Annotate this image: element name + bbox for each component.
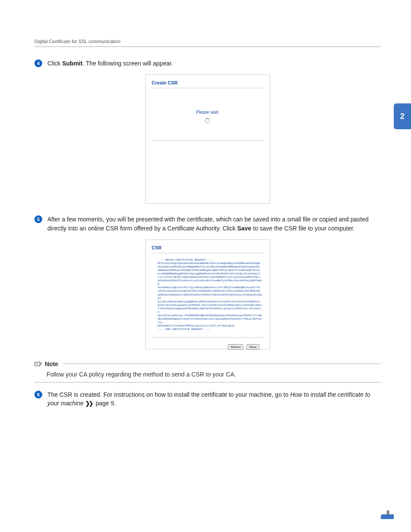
step-5-badge: 5: [34, 215, 42, 223]
step-5-b: to save the CSR file to your computer.: [251, 225, 355, 232]
scr2-rule-bottom: [152, 337, 264, 338]
step-4-pre: Click: [47, 60, 62, 67]
corner-accent: [381, 514, 394, 519]
step-6-text: The CSR is created. For instructions on …: [47, 390, 381, 408]
spinner-icon: [205, 118, 210, 123]
step-4: 4 Click Submit. The following screen wil…: [34, 59, 381, 68]
note-icon: [34, 361, 42, 367]
scr2-title: CSR: [152, 245, 264, 250]
section-header: Digital Certificate for SSL communicatio…: [34, 39, 381, 44]
save-button[interactable]: Save: [246, 344, 259, 350]
step-6-post: page 9.: [94, 400, 116, 407]
step-4-text: Click Submit. The following screen will …: [47, 59, 381, 68]
scr1-rule-top: [152, 88, 264, 88]
screenshot-csr-output: CSR -----BEGIN CERTIFICATE REQUEST-----M…: [145, 240, 270, 349]
note-header: Note: [34, 361, 381, 367]
scr1-rule-mid: [152, 140, 264, 141]
step-5-bold: Save: [237, 225, 252, 232]
step-5: 5 After a few moments, you will be prese…: [34, 215, 381, 233]
note-rule-bottom: [34, 382, 381, 383]
step-6: 6 The CSR is created. For instructions o…: [34, 390, 381, 408]
step-6-a: The CSR is created. For instructions on …: [47, 391, 290, 398]
note-rule-top: [63, 364, 381, 364]
csr-text-block: -----BEGIN CERTIFICATE REQUEST-----MIICv…: [152, 256, 264, 335]
screenshot-create-csr: Create CSR Please wait.: [145, 75, 270, 204]
return-button[interactable]: Return: [228, 344, 243, 350]
chapter-tab: 2: [394, 103, 411, 129]
scr1-wait-text: Please wait.: [152, 110, 264, 115]
header-rule: [34, 47, 381, 47]
scr2-rule-top: [152, 253, 264, 253]
step-4-badge: 4: [34, 59, 42, 67]
note-text: Follow your CA policy regarding the meth…: [47, 371, 381, 378]
step-4-post: . The following screen will appear.: [83, 60, 173, 67]
step-6-badge: 6: [34, 391, 42, 398]
note-label: Note: [45, 361, 58, 367]
xref-chevron-icon: ❯❯: [84, 400, 94, 407]
step-5-text: After a few moments, you will be present…: [47, 215, 381, 233]
scr1-title: Create CSR: [152, 80, 264, 85]
step-4-bold: Submit: [62, 60, 82, 67]
